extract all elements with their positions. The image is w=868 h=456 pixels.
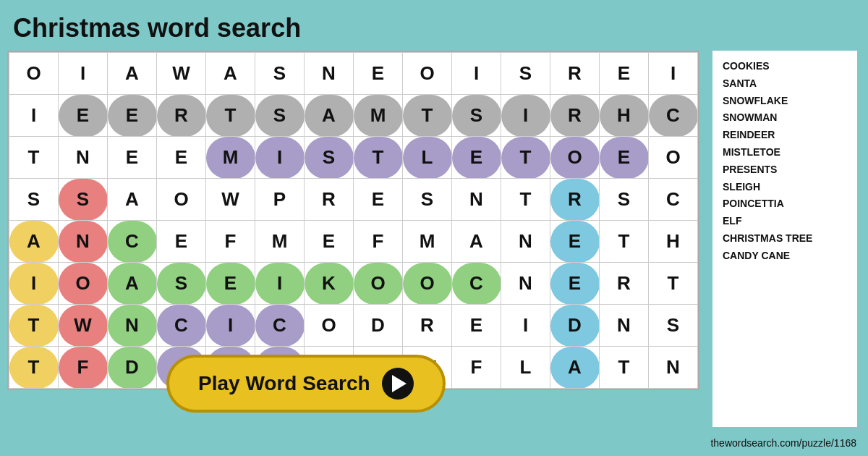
- grid-cell[interactable]: S: [305, 137, 354, 179]
- grid-cell[interactable]: T: [600, 347, 649, 389]
- grid-cell[interactable]: O: [403, 263, 452, 305]
- grid-cell[interactable]: T: [501, 137, 550, 179]
- grid-cell[interactable]: E: [305, 221, 354, 263]
- grid-cell[interactable]: F: [59, 347, 108, 389]
- grid-cell[interactable]: N: [108, 305, 157, 347]
- grid-cell[interactable]: O: [157, 179, 206, 221]
- grid-cell[interactable]: I: [206, 305, 255, 347]
- grid-cell[interactable]: C: [108, 221, 157, 263]
- grid-cell[interactable]: A: [550, 347, 600, 389]
- grid-cell[interactable]: T: [354, 137, 403, 179]
- grid-cell[interactable]: S: [255, 53, 305, 95]
- grid-cell[interactable]: F: [206, 221, 255, 263]
- grid-cell[interactable]: A: [108, 179, 157, 221]
- grid-cell[interactable]: W: [206, 179, 255, 221]
- grid-cell[interactable]: O: [649, 137, 698, 179]
- grid-cell[interactable]: T: [649, 263, 698, 305]
- grid-cell[interactable]: P: [255, 179, 305, 221]
- grid-cell[interactable]: T: [600, 221, 649, 263]
- grid-cell[interactable]: E: [108, 95, 157, 137]
- grid-cell[interactable]: E: [354, 53, 403, 95]
- grid-cell[interactable]: C: [255, 305, 305, 347]
- grid-cell[interactable]: E: [59, 95, 108, 137]
- grid-cell[interactable]: A: [108, 263, 157, 305]
- grid-cell[interactable]: E: [206, 263, 255, 305]
- grid-cell[interactable]: L: [403, 137, 452, 179]
- grid-cell[interactable]: N: [59, 221, 108, 263]
- grid-cell[interactable]: E: [550, 221, 600, 263]
- grid-cell[interactable]: F: [452, 347, 501, 389]
- grid-cell[interactable]: O: [59, 263, 108, 305]
- grid-cell[interactable]: S: [157, 263, 206, 305]
- grid-cell[interactable]: H: [649, 221, 698, 263]
- grid-cell[interactable]: S: [452, 95, 501, 137]
- grid-cell[interactable]: N: [501, 263, 550, 305]
- grid-cell[interactable]: D: [354, 305, 403, 347]
- grid-cell[interactable]: M: [403, 221, 452, 263]
- grid-cell[interactable]: A: [305, 95, 354, 137]
- grid-cell[interactable]: O: [354, 263, 403, 305]
- grid-cell[interactable]: W: [157, 53, 206, 95]
- grid-cell[interactable]: O: [305, 305, 354, 347]
- grid-cell[interactable]: E: [452, 137, 501, 179]
- grid-cell[interactable]: S: [600, 179, 649, 221]
- grid-cell[interactable]: A: [206, 53, 255, 95]
- grid-cell[interactable]: N: [305, 53, 354, 95]
- grid-cell[interactable]: M: [354, 95, 403, 137]
- play-button[interactable]: Play Word Search: [166, 355, 446, 413]
- grid-cell[interactable]: I: [255, 137, 305, 179]
- grid-cell[interactable]: R: [550, 179, 600, 221]
- grid-cell[interactable]: N: [452, 179, 501, 221]
- grid-cell[interactable]: I: [452, 53, 501, 95]
- grid-cell[interactable]: S: [403, 179, 452, 221]
- grid-cell[interactable]: I: [9, 263, 59, 305]
- grid-cell[interactable]: W: [59, 305, 108, 347]
- grid-cell[interactable]: D: [108, 347, 157, 389]
- grid-cell[interactable]: I: [59, 53, 108, 95]
- grid-cell[interactable]: C: [649, 179, 698, 221]
- grid-cell[interactable]: C: [649, 95, 698, 137]
- grid-cell[interactable]: K: [305, 263, 354, 305]
- grid-cell[interactable]: A: [452, 221, 501, 263]
- grid-cell[interactable]: E: [600, 137, 649, 179]
- grid-cell[interactable]: S: [649, 305, 698, 347]
- grid-cell[interactable]: R: [305, 179, 354, 221]
- grid-cell[interactable]: I: [501, 305, 550, 347]
- grid-cell[interactable]: O: [550, 137, 600, 179]
- grid-cell[interactable]: I: [501, 95, 550, 137]
- grid-cell[interactable]: E: [550, 263, 600, 305]
- grid-cell[interactable]: E: [452, 305, 501, 347]
- grid-cell[interactable]: T: [501, 179, 550, 221]
- grid-cell[interactable]: S: [9, 179, 59, 221]
- grid-cell[interactable]: I: [255, 263, 305, 305]
- grid-cell[interactable]: M: [255, 221, 305, 263]
- grid-cell[interactable]: T: [403, 95, 452, 137]
- grid-cell[interactable]: M: [206, 137, 255, 179]
- grid-cell[interactable]: D: [550, 305, 600, 347]
- grid-cell[interactable]: R: [157, 95, 206, 137]
- grid-cell[interactable]: H: [600, 95, 649, 137]
- grid-cell[interactable]: E: [600, 53, 649, 95]
- grid-cell[interactable]: T: [9, 347, 59, 389]
- grid-cell[interactable]: I: [649, 53, 698, 95]
- grid-cell[interactable]: A: [9, 221, 59, 263]
- grid-cell[interactable]: E: [354, 179, 403, 221]
- grid-cell[interactable]: C: [157, 305, 206, 347]
- grid-cell[interactable]: R: [550, 53, 600, 95]
- grid-cell[interactable]: R: [600, 263, 649, 305]
- grid-cell[interactable]: N: [649, 347, 698, 389]
- grid-cell[interactable]: R: [403, 305, 452, 347]
- grid-cell[interactable]: E: [157, 137, 206, 179]
- grid-cell[interactable]: I: [9, 95, 59, 137]
- grid-cell[interactable]: E: [108, 137, 157, 179]
- grid-cell[interactable]: T: [9, 137, 59, 179]
- grid-cell[interactable]: C: [452, 263, 501, 305]
- grid-cell[interactable]: A: [108, 53, 157, 95]
- grid-cell[interactable]: S: [255, 95, 305, 137]
- grid-cell[interactable]: T: [206, 95, 255, 137]
- grid-cell[interactable]: S: [501, 53, 550, 95]
- grid-cell[interactable]: N: [59, 137, 108, 179]
- grid-cell[interactable]: E: [157, 221, 206, 263]
- grid-cell[interactable]: O: [9, 53, 59, 95]
- grid-cell[interactable]: S: [59, 179, 108, 221]
